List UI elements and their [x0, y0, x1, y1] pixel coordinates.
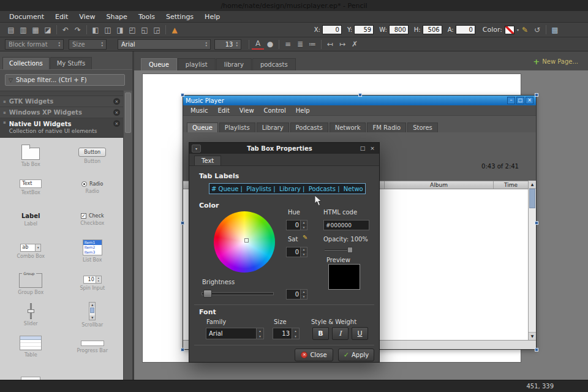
font-size-spinner[interactable]: 13 ▴▾ [214, 39, 241, 50]
sat-input[interactable] [287, 247, 300, 257]
brightness-input[interactable] [287, 290, 300, 299]
selection-handle[interactable] [535, 93, 538, 97]
color-wheel-marker[interactable] [244, 238, 249, 243]
widget-table[interactable]: Table [0, 331, 62, 363]
undo-icon[interactable]: ↶ [59, 24, 72, 36]
dialog-close-icon[interactable]: × [368, 145, 377, 151]
dialog-menu-icon[interactable]: ▾ [192, 145, 201, 153]
menu-document[interactable]: Document [4, 12, 50, 21]
spin-down-icon[interactable]: ▾ [292, 334, 299, 339]
bold-button[interactable]: B [312, 327, 329, 340]
widget-slider[interactable]: Slider [0, 299, 62, 331]
align-bottom-icon[interactable]: ◲ [151, 24, 163, 36]
widget-list-box[interactable]: Item1 Item2 Item3 List Box [62, 235, 124, 267]
w-input[interactable] [389, 25, 409, 34]
widget-textbox[interactable]: Text TextBox [0, 172, 62, 203]
selection-handle[interactable] [181, 93, 184, 97]
align-middle-icon[interactable]: ◱ [138, 24, 151, 36]
spin-up-icon[interactable]: ▴ [292, 328, 299, 334]
menu-shape[interactable]: Shape [100, 12, 132, 21]
align-right-icon[interactable]: ◨ [114, 24, 126, 36]
align-center-icon[interactable]: ◫ [102, 24, 114, 36]
tab-my-stuffs[interactable]: My Stuffs [50, 57, 92, 69]
spin-down-icon[interactable]: ▾ [301, 225, 307, 230]
apply-button[interactable]: ✓ Apply [338, 349, 374, 361]
align-left-icon[interactable]: ◧ [89, 24, 102, 36]
selection-handle[interactable] [181, 348, 184, 352]
spin-up-icon[interactable]: ▴ [301, 247, 307, 252]
text-color-icon[interactable]: A [252, 39, 264, 50]
widget-tree[interactable] [0, 363, 62, 380]
close-button[interactable]: × Close [295, 349, 333, 361]
dialog-titlebar[interactable]: ▾ Tab Box Properties □ × [189, 143, 379, 154]
widget-radio[interactable]: Radio Radio [62, 172, 124, 203]
section-winxp-widgets[interactable]: ▪ Windows XP Widgets × [0, 107, 123, 118]
widget-button[interactable]: Button Button [62, 140, 124, 172]
spin-down-icon[interactable]: ▾ [301, 294, 307, 299]
menu-edit[interactable]: Edit [50, 12, 74, 21]
clear-format-icon[interactable]: ✗ [349, 38, 361, 50]
sidebar-scrollbar[interactable] [123, 91, 132, 380]
page-tab-library[interactable]: library [216, 58, 252, 70]
widget-group-box[interactable]: Group Group Box [0, 267, 62, 299]
size-select[interactable]: Size ▴▾ [69, 39, 107, 50]
font-family-select[interactable]: Arial ▴▾ [118, 39, 211, 50]
menu-tools[interactable]: Tools [133, 12, 160, 21]
spin-up-icon[interactable]: ▴ [301, 221, 307, 225]
sidebar-scrollbar-thumb[interactable] [125, 92, 131, 133]
new-page-icon[interactable]: ▤ [5, 24, 17, 36]
widget-spin-input[interactable]: 10▴▾ Spin Input [62, 267, 124, 299]
page-tab-queue[interactable]: Queue [141, 58, 177, 70]
a-input[interactable] [456, 25, 475, 34]
dialog-restore-icon[interactable]: □ [358, 145, 367, 151]
spin-down-icon[interactable]: ▾ [301, 252, 307, 257]
spin-down-icon[interactable]: ▾ [257, 334, 263, 339]
dialog-tab-text[interactable]: Text [194, 156, 221, 165]
page-tab-podcasts[interactable]: podcasts [252, 58, 296, 70]
color-swatch[interactable] [505, 26, 514, 34]
font-size-spinner[interactable]: 13 ▴▾ [273, 328, 300, 339]
export-icon[interactable]: ◪ [42, 24, 54, 36]
grid-icon[interactable]: ▩ [549, 24, 561, 36]
html-code-input[interactable] [323, 220, 369, 230]
selection-handle[interactable] [181, 221, 184, 225]
selection-handle[interactable] [535, 348, 538, 352]
color-wheel[interactable] [214, 211, 275, 273]
align-top-icon[interactable]: ◰ [126, 24, 138, 36]
section-close-icon[interactable]: × [113, 98, 120, 105]
align-text-left-icon[interactable]: ≡ [282, 38, 294, 50]
menu-settings[interactable]: Settings [160, 12, 199, 21]
x-input[interactable] [322, 25, 342, 34]
underline-button[interactable]: U [352, 327, 368, 340]
window-titlebar[interactable]: /home/nate/design/musicplayer.ep* - Penc… [0, 0, 588, 11]
selection-handle[interactable] [535, 221, 538, 225]
tab-labels-input[interactable] [209, 183, 366, 194]
menu-view[interactable]: View [74, 12, 100, 21]
reset-color-icon[interactable]: ↺ [531, 24, 543, 36]
opacity-slider-thumb[interactable] [347, 247, 353, 253]
hue-spinner[interactable]: ▴▾ [286, 220, 307, 230]
widget-combo-box[interactable]: ab▾ Combo Box [0, 235, 62, 267]
brightness-slider-thumb[interactable] [203, 290, 212, 298]
widget-label[interactable]: Label Label [0, 203, 62, 235]
drawing-canvas[interactable]: Music Player – □ × Music Edit View Contr… [134, 70, 588, 380]
save-icon[interactable]: ▦ [29, 24, 42, 36]
list-bullets-icon[interactable]: ≔ [306, 38, 318, 50]
y-input[interactable] [354, 25, 374, 34]
widget-scrollbar[interactable]: ▲▼ Scrollbar [62, 299, 124, 331]
snapshot-icon[interactable]: ▲ [168, 24, 181, 36]
section-native-ui-widgets[interactable]: ▪ Native UI Widgets Collection of native… [0, 118, 123, 138]
fill-color-icon[interactable]: ● [264, 38, 276, 50]
open-icon[interactable]: ▥ [17, 24, 29, 36]
opacity-slider[interactable] [325, 247, 353, 253]
new-page-button[interactable]: + New Page... [533, 57, 578, 70]
brightness-slider[interactable] [202, 292, 274, 295]
hue-input[interactable] [287, 221, 300, 230]
spin-up-icon[interactable]: ▴ [301, 290, 307, 294]
tab-collections[interactable]: Collections [2, 57, 50, 69]
outdent-icon[interactable]: ↤ [324, 38, 336, 50]
page-tab-playlist[interactable]: playlist [178, 58, 216, 70]
widget-checkbox[interactable]: ✓Check Checkbox [62, 203, 124, 235]
section-gtk-widgets[interactable]: ▪ GTK Widgets × [0, 96, 123, 107]
redo-icon[interactable]: ↷ [72, 24, 84, 36]
